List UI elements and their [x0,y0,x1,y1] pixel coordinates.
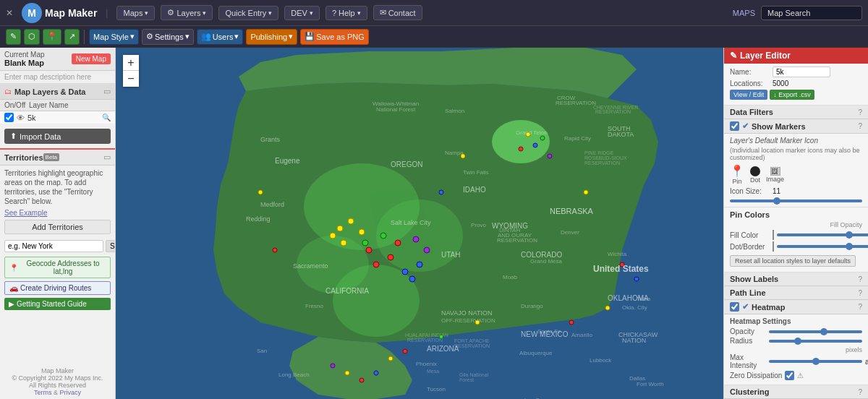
marker-icon-section: Layer's Default Marker Icon (Individual … [724,134,868,207]
nav-help-btn[interactable]: ?Help▾ [326,6,367,20]
driving-routes-button[interactable]: 🚗 Create Driving Routes [4,281,111,295]
svg-point-6 [337,226,343,231]
show-markers-section[interactable]: ✔ Show Markers ? [724,119,868,134]
dot-border-opacity-slider[interactable] [777,245,868,248]
toolbar-publishing-btn[interactable]: Publishing▾ [246,29,297,45]
radius-slider[interactable] [769,340,862,343]
svg-text:Santa Fe: Santa Fe [537,328,561,335]
nav-layers-btn[interactable]: ⚙Layers▾ [161,5,213,20]
reset-styles-button[interactable]: Reset all location styles to layer defau… [730,255,856,267]
svg-text:RESERVATION: RESERVATION [497,237,537,244]
view-edit-button[interactable]: View / Edit [730,90,767,100]
svg-text:DAKOTA: DAKOTA [608,131,634,138]
top-nav: ✕ M Map Maker | Maps▾ ⚙Layers▾ Quick Ent… [0,0,868,26]
svg-point-29 [540,136,545,140]
fill-opacity-slider[interactable] [777,233,868,236]
see-example-link[interactable]: See Example [0,209,115,217]
dot-border-label: Dot/Border [730,243,770,251]
marker-icon-options: 📍 Pin Dot 🖼 Image [730,164,862,185]
zero-dissipation-checkbox[interactable] [785,371,794,380]
data-filters-section[interactable]: Data Filters ? [724,106,868,119]
new-map-button[interactable]: New Map [72,53,111,64]
fill-color-picker[interactable] [773,230,774,240]
svg-point-30 [548,154,552,158]
svg-text:Forest: Forest [459,377,474,382]
path-line-section[interactable]: Path Line ? [724,286,868,300]
opacity-slider[interactable] [769,330,862,333]
layer-eye-icon[interactable]: 👁 [17,113,25,122]
layer-row[interactable]: 👁 5k 🔍 [0,111,115,124]
svg-text:Albuquerque: Albuquerque [519,350,553,356]
heatmap-toggle[interactable] [730,302,739,312]
clustering-section[interactable]: Clustering ? [724,385,868,399]
clustering-help-icon: ? [858,388,862,396]
layers-section-header[interactable]: 🗂 Map Layers & Data ▭ [0,84,115,100]
image-option[interactable]: 🖼 Image [766,167,784,183]
toolbar-polygon-btn[interactable]: ⬡ [24,29,40,45]
territory-search-button[interactable]: Search [106,240,116,252]
main-content: Current Map Blank Map New Map 🗂 Map Laye… [0,48,868,399]
export-csv-button[interactable]: ↓ Export .csv [770,90,814,100]
map-description-input[interactable] [0,71,115,84]
maps-link[interactable]: MAPS [733,9,755,17]
show-markers-label: Show Markers [752,122,806,131]
svg-text:RESERVATION: RESERVATION [407,338,443,343]
territories-section-header: Territories Beta ▭ [0,148,115,166]
map-background: IDAHO OREGON WYOMING NEBRASKA UTAH COLOR… [116,48,723,399]
territory-search-row: Search [4,240,111,252]
svg-point-31 [584,190,588,194]
toolbar-map-style-btn[interactable]: Map Style▾ [89,29,139,45]
footer-privacy-link[interactable]: Privacy [60,389,82,396]
import-data-button[interactable]: ⬆ Import Data [4,129,111,144]
close-icon[interactable]: ✕ [6,8,13,18]
svg-text:UTAH: UTAH [441,251,460,259]
dot-option[interactable]: Dot [750,166,760,184]
add-territories-button[interactable]: Add Territories [4,220,111,234]
dot-border-color-picker[interactable] [773,241,774,252]
geocode-addresses-button[interactable]: 📍 Geocode Addresses to lat,lng [4,257,111,278]
footer-terms-link[interactable]: Terms [34,389,52,396]
svg-point-35 [569,320,574,325]
show-markers-toggle[interactable] [730,121,739,131]
toolbar-draw-btn[interactable]: ✎ [6,29,21,45]
toolbar-users-btn[interactable]: 👥Users▾ [197,29,244,45]
nav-dev-btn[interactable]: DEV▾ [284,6,320,20]
toolbar-pin-btn[interactable]: 📍 [43,29,61,45]
zoom-out-button[interactable]: − [123,71,139,87]
svg-text:Mesa: Mesa [427,369,439,374]
toolbar-settings-btn[interactable]: ⚙Settings▾ [142,29,194,45]
nav-contact-btn[interactable]: ✉Contact [373,5,422,20]
toolbar-route-btn[interactable]: ↗ [64,29,80,45]
nav-quick-entry-btn[interactable]: Quick Entry▾ [218,6,278,20]
icon-size-slider[interactable] [730,200,862,202]
territory-search-input[interactable] [4,240,103,252]
show-labels-section[interactable]: Show Labels ? [724,273,868,286]
locations-label: Locations: [730,80,770,87]
svg-text:ROSEBUD-SIOUX: ROSEBUD-SIOUX [584,155,627,160]
getting-started-button[interactable]: ▶ Getting Started Guide [4,298,111,310]
layer-editor-title: Layer Editor [740,51,791,61]
svg-point-21 [413,236,419,242]
layer-search-icon[interactable]: 🔍 [102,113,111,121]
map-container[interactable]: IDAHO OREGON WYOMING NEBRASKA UTAH COLOR… [116,48,723,399]
territories-collapse-icon[interactable]: ▭ [103,153,111,162]
toolbar-save-png-btn[interactable]: 💾Save as PNG [300,29,369,45]
layer-name-input[interactable] [773,66,830,77]
right-panel: ✎ Layer Editor Name: Locations: 5000 Vie… [723,48,868,399]
footer-rights: All Rights Reserved [4,382,111,389]
layer-toggle[interactable] [4,113,14,122]
map-search-input[interactable] [761,6,862,20]
svg-text:United States: United States [593,264,649,274]
svg-point-39 [388,356,393,361]
heatmap-section[interactable]: ✔ Heatmap ? [724,300,868,314]
max-intensity-slider[interactable] [769,360,862,363]
svg-text:RESERVATION: RESERVATION [556,100,596,106]
zoom-in-button[interactable]: + [123,55,139,71]
svg-point-2 [376,200,463,272]
svg-text:Eugene: Eugene [275,157,300,165]
svg-text:RESERVATION: RESERVATION [595,109,631,114]
svg-text:Sacramento: Sacramento [293,262,328,270]
nav-maps-btn[interactable]: Maps▾ [116,6,155,20]
svg-text:National Forest: National Forest [376,106,416,113]
pin-option[interactable]: 📍 Pin [730,164,744,185]
